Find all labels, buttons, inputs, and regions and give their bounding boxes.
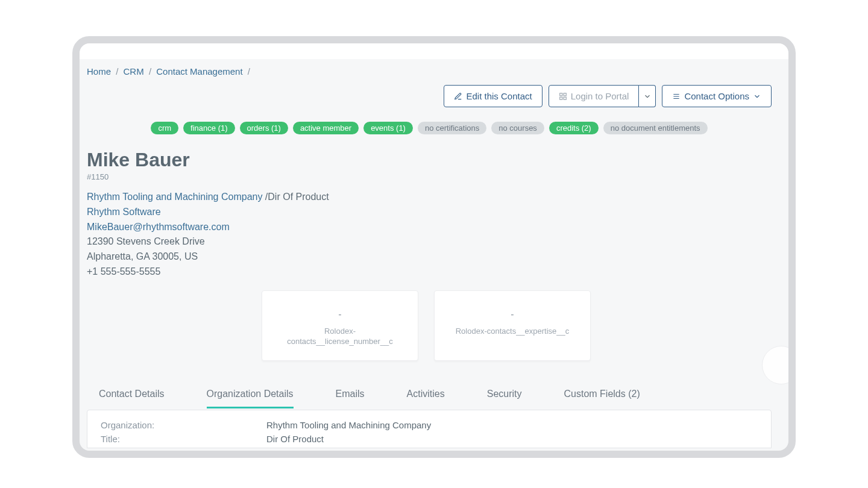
chevron-down-icon (753, 92, 761, 101)
rolodex-license-number-value: - (272, 309, 408, 320)
contact-id: #1150 (87, 172, 772, 181)
tab-organization-details[interactable]: Organization Details (207, 385, 294, 408)
pill-no-document-entitlements[interactable]: no document entitlements (603, 122, 708, 134)
chevron-down-icon (643, 92, 652, 101)
contact-address-line2: Alpharetta, GA 30005, US (87, 249, 772, 264)
edit-contact-button[interactable]: Edit this Contact (444, 85, 542, 107)
field-value-organization: Rhythm Tooling and Machining Company (266, 420, 431, 430)
pill-events[interactable]: events (1) (363, 122, 413, 134)
contact-organization-link[interactable]: Rhythm Tooling and Machining Company (87, 192, 262, 202)
pill-active-member[interactable]: active member (293, 122, 359, 134)
pill-crm[interactable]: crm (151, 122, 178, 134)
contact-role: Dir Of Product (268, 192, 329, 202)
breadcrumb-contact-management[interactable]: Contact Management (156, 66, 242, 77)
pill-no-certifications[interactable]: no certifications (418, 122, 486, 134)
login-to-portal-button[interactable]: Login to Portal (549, 85, 640, 107)
breadcrumb-crm[interactable]: CRM (124, 66, 144, 77)
contact-name: Mike Bauer (87, 149, 772, 171)
floating-action-circle[interactable] (762, 346, 796, 384)
rolodex-expertise-label: Rolodex-contacts__expertise__c (444, 326, 580, 337)
login-to-portal-caret[interactable] (639, 85, 656, 107)
tab-activities[interactable]: Activities (407, 385, 445, 408)
field-value-title: Dir Of Product (266, 434, 324, 444)
rolodex-license-number-card: - Rolodex-contacts__license_number__c (262, 290, 418, 361)
svg-rect-1 (564, 93, 566, 95)
tab-emails[interactable]: Emails (336, 385, 365, 408)
grid-icon (559, 92, 567, 101)
pill-no-courses[interactable]: no courses (491, 122, 544, 134)
contact-phone: +1 555-555-5555 (87, 264, 772, 280)
svg-rect-0 (559, 93, 562, 95)
pill-credits[interactable]: credits (2) (549, 122, 599, 134)
breadcrumb-home[interactable]: Home (87, 66, 111, 77)
contact-email-link[interactable]: MikeBauer@rhythmsoftware.com (87, 222, 230, 232)
breadcrumb: Home / CRM / Contact Management / (87, 66, 772, 77)
pill-orders[interactable]: orders (1) (240, 122, 288, 134)
list-icon (672, 92, 681, 101)
svg-rect-3 (564, 97, 566, 99)
edit-icon (454, 92, 462, 101)
svg-rect-2 (559, 97, 562, 99)
contact-options-button[interactable]: Contact Options (662, 85, 772, 107)
rolodex-license-number-label: Rolodex-contacts__license_number__c (272, 326, 408, 347)
rolodex-expertise-value: - (444, 309, 580, 320)
tab-security[interactable]: Security (487, 385, 522, 408)
contact-address-line1: 12390 Stevens Creek Drive (87, 234, 772, 249)
field-label-organization: Organization: (101, 420, 266, 430)
tab-contact-details[interactable]: Contact Details (99, 385, 165, 408)
field-label-title: Title: (101, 434, 266, 444)
organization-details-panel: Organization: Rhythm Tooling and Machini… (87, 410, 772, 448)
pill-finance[interactable]: finance (1) (183, 122, 234, 134)
contact-company-link[interactable]: Rhythm Software (87, 207, 161, 217)
rolodex-expertise-card: - Rolodex-contacts__expertise__c (434, 290, 591, 361)
tab-custom-fields[interactable]: Custom Fields (2) (564, 385, 640, 408)
